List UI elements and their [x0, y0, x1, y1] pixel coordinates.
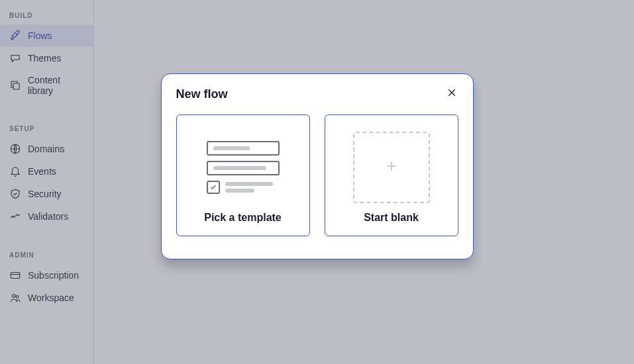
plus-icon — [385, 159, 398, 175]
option-pick-template[interactable]: Pick a template — [176, 114, 310, 236]
close-icon — [447, 87, 457, 101]
new-flow-modal: New flow — [161, 73, 474, 259]
template-illustration — [203, 131, 283, 204]
modal-options: Pick a template Start blank — [176, 114, 458, 236]
modal-overlay[interactable]: New flow — [0, 0, 634, 364]
blank-illustration — [352, 131, 431, 204]
option-label: Start blank — [364, 212, 419, 224]
option-label: Pick a template — [204, 212, 282, 224]
close-button[interactable] — [445, 87, 458, 101]
option-start-blank[interactable]: Start blank — [325, 114, 458, 236]
modal-title: New flow — [176, 87, 228, 101]
modal-header: New flow — [176, 87, 458, 101]
